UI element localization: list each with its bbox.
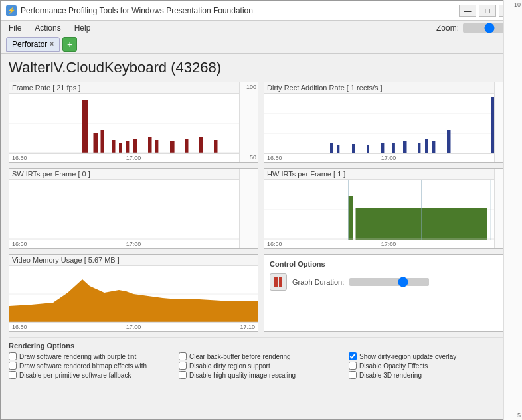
menu-file[interactable]: File [6,23,24,33]
svg-rect-2 [94,133,98,153]
title-bar: ⚡ Performance Profiling Tools for Window… [1,1,521,21]
video-memory-chart: Video Memory Usage [ 5.67 MB ] 10 5 16:5… [9,254,258,332]
dirty-rect-svg [264,94,513,153]
video-memory-xaxis: 16:50 17:00 17:10 [9,322,258,331]
rendering-options-panel: Rendering Options Draw software renderin… [9,337,513,379]
svg-rect-25 [425,139,428,153]
checkbox-item-0[interactable]: Draw software rendering with purple tint [9,352,173,360]
perforator-tab[interactable]: Perforator × [6,37,60,52]
checkbox-item-3[interactable]: Draw software rendered bitmap effects wi… [9,362,173,370]
checkbox-item-1[interactable]: Clear back-buffer before rendering [179,352,343,360]
sw-irts-content [9,180,258,240]
yaxis-mid: 50 [241,154,256,161]
checkbox-label-7: Disable high-quality image rescaling [189,372,296,379]
tab-close-button[interactable]: × [50,40,54,48]
checkbox-4[interactable] [179,362,187,370]
checkbox-label-8: Disable 3D rendering [359,372,422,379]
sw-irts-svg [9,180,258,240]
svg-rect-20 [367,145,369,153]
yaxis-5: 5 [505,412,521,419]
tab-label: Perforator [12,40,47,49]
minimize-button[interactable]: — [459,5,476,17]
checkbox-item-6[interactable]: Disable per-primitive software fallback [9,371,173,379]
svg-rect-5 [119,143,122,153]
maximize-button[interactable]: □ [479,5,496,17]
app-title: WalterlV.CloudKeyboard (43268) [9,59,513,76]
checkbox-item-2[interactable]: Show dirty-region update overlay [349,352,513,360]
checkbox-6[interactable] [9,371,17,379]
pause-button[interactable] [270,273,287,291]
frame-rate-chart: Frame Rate [ 21 fps ] [9,82,258,163]
checkbox-item-4[interactable]: Disable dirty region support [179,362,343,370]
video-memory-yaxis: 10 5 [503,54,521,419]
xaxis-3: 17:10 [240,324,255,330]
hw-irts-svg [264,180,513,240]
menu-help[interactable]: Help [72,23,94,33]
xaxis-2: 17:00 [381,241,396,247]
title-bar-left: ⚡ Performance Profiling Tools for Window… [6,5,253,16]
xaxis-1: 16:50 [267,241,282,247]
svg-rect-10 [170,141,175,153]
checkbox-2[interactable] [349,352,357,360]
frame-rate-svg [9,94,258,153]
frame-rate-label: Frame Rate [ 21 fps ] [9,82,258,94]
dirty-rect-label: Dirty Rect Addition Rate [ 1 rects/s ] [264,82,513,94]
video-memory-svg [9,266,258,322]
checkbox-item-5[interactable]: Disable Opacity Effects [349,362,513,370]
svg-rect-3 [101,130,105,153]
tab-bar: Perforator × + [1,35,521,54]
sw-irts-yaxis [239,169,258,248]
xaxis-2: 17:00 [126,155,141,161]
bottom-section: Video Memory Usage [ 5.67 MB ] 10 5 16:5… [9,254,513,332]
frame-rate-yaxis: 100 50 [239,82,258,162]
checkbox-0[interactable] [9,352,17,360]
duration-slider[interactable] [349,278,429,286]
menu-bar: File Actions Help Zoom: [1,21,521,35]
checkbox-label-3: Draw software rendered bitmap effects wi… [19,362,147,370]
xaxis-1: 16:50 [12,155,27,161]
checkbox-3[interactable] [9,362,17,370]
svg-rect-18 [337,145,339,153]
svg-rect-26 [432,141,435,153]
svg-rect-17 [330,143,333,153]
svg-rect-23 [403,141,407,153]
xaxis-2: 17:00 [126,324,141,330]
checkbox-8[interactable] [349,371,357,379]
svg-rect-8 [148,137,152,153]
checkbox-item-7[interactable]: Disable high-quality image rescaling [179,371,343,379]
svg-rect-11 [185,139,189,153]
menu-actions[interactable]: Actions [32,23,63,33]
hw-irts-chart: HW IRTs per Frame [ 1 ] [264,168,513,249]
xaxis-2: 17:00 [381,155,396,161]
sw-irts-chart: SW IRTs per Frame [ 0 ] 16:50 17:00 17:1… [9,168,258,249]
main-window: ⚡ Performance Profiling Tools for Window… [0,0,522,420]
control-options-title: Control Options [270,260,507,268]
checkbox-label-1: Clear back-buffer before rendering [189,353,291,360]
svg-rect-7 [133,139,137,153]
checkboxes-grid: Draw software rendering with purple tint… [9,352,513,379]
sw-irts-label: SW IRTs per Frame [ 0 ] [9,169,258,180]
control-options-panel: Control Options Graph Duration: [264,254,513,332]
svg-rect-6 [126,141,129,153]
dirty-rect-content: 50 40 30 20 10 [264,94,513,153]
graph-duration-label: Graph Duration: [292,278,344,286]
checkbox-label-6: Disable per-primitive software fallback [19,372,131,379]
checkbox-item-8[interactable]: Disable 3D rendering [349,371,513,379]
svg-rect-19 [352,144,355,153]
checkbox-1[interactable] [179,352,187,360]
zoom-label: Zoom: [436,23,459,33]
hw-irts-xaxis: 16:50 17:00 17:10 [264,240,513,248]
menu-bar-left: File Actions Help [6,23,93,33]
dirty-rect-xaxis: 16:50 17:00 17:10 [264,153,513,162]
xaxis-1: 16:50 [12,241,27,247]
xaxis-1: 16:50 [267,155,282,161]
svg-rect-9 [155,140,158,153]
checkbox-label-2: Show dirty-region update overlay [359,353,456,360]
window-title: Performance Profiling Tools for Windows … [21,6,253,15]
checkbox-7[interactable] [179,371,187,379]
pause-bar-1 [274,277,278,287]
add-tab-button[interactable]: + [62,37,77,52]
rendering-title: Rendering Options [9,342,513,350]
checkbox-5[interactable] [349,362,357,370]
hw-irts-label: HW IRTs per Frame [ 1 ] [264,169,513,180]
